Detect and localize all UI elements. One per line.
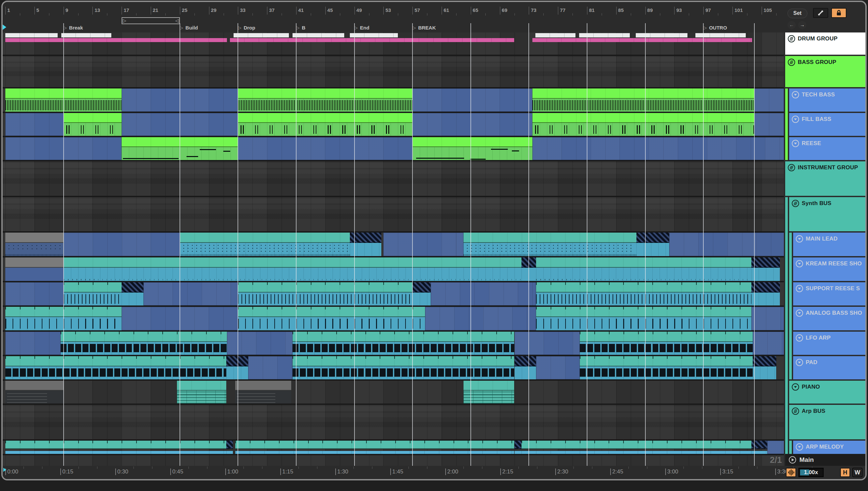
- track-header-block[interactable]: BASS GROUP: [785, 56, 865, 87]
- clip[interactable]: [61, 331, 227, 355]
- clip[interactable]: [5, 282, 64, 306]
- width-zoom-button[interactable]: W: [852, 468, 862, 477]
- track-header-instrument-group[interactable]: INSTRUMENT GROUP: [785, 161, 865, 197]
- track-header-block[interactable]: ARP MELODY: [793, 441, 865, 454]
- clip[interactable]: [238, 282, 412, 306]
- track-header-block[interactable]: LFO ARP: [793, 331, 865, 355]
- clip[interactable]: [226, 356, 248, 379]
- clip[interactable]: [515, 441, 522, 454]
- clip[interactable]: [580, 356, 753, 379]
- track-header-block[interactable]: SUPPORT REESE S: [793, 282, 865, 306]
- clip[interactable]: [5, 307, 122, 330]
- clip[interactable]: [64, 257, 522, 281]
- track-header-block[interactable]: Arp BUS: [789, 405, 865, 439]
- track-header-block[interactable]: INSTRUMENT GROUP: [785, 161, 865, 196]
- track-header-tech-bass[interactable]: TECH BASS: [785, 88, 865, 113]
- clip[interactable]: [767, 441, 784, 454]
- clip[interactable]: [64, 282, 122, 306]
- clip[interactable]: [532, 113, 754, 136]
- clip[interactable]: [412, 113, 532, 136]
- clip[interactable]: [122, 113, 238, 136]
- clip[interactable]: [463, 381, 515, 404]
- clip[interactable]: [292, 33, 344, 37]
- track-header-kream-reese-sho[interactable]: KREAM REESE SHO: [785, 257, 865, 282]
- loop-brace[interactable]: ▷ ◁: [122, 17, 180, 24]
- set-button[interactable]: Set: [787, 9, 807, 18]
- draw-mode-button[interactable]: [813, 8, 828, 18]
- time-ruler[interactable]: 0:000:150:300:451:001:151:301:452:002:15…: [3, 466, 784, 479]
- clip[interactable]: [536, 307, 751, 330]
- clip[interactable]: [521, 257, 536, 281]
- clip[interactable]: [350, 233, 381, 256]
- track-header-analog-bass-sho[interactable]: ANALOG BASS SHO: [785, 307, 865, 331]
- clip[interactable]: [238, 137, 412, 160]
- clip[interactable]: [695, 33, 745, 37]
- clip[interactable]: [143, 282, 238, 306]
- clip[interactable]: [751, 257, 780, 281]
- loop-start-handle-icon[interactable]: ▷: [123, 18, 126, 23]
- clip[interactable]: [5, 33, 58, 37]
- track-header-block[interactable]: Synth BUS: [789, 197, 865, 231]
- track-header-block[interactable]: MAIN LEAD: [793, 233, 865, 256]
- clip[interactable]: [425, 307, 537, 330]
- clip[interactable]: [5, 441, 226, 454]
- clip[interactable]: [536, 33, 576, 37]
- track-header-block[interactable]: PIANO: [789, 381, 865, 404]
- clip[interactable]: [238, 88, 412, 112]
- track-header-block[interactable]: PAD: [793, 356, 865, 379]
- clip[interactable]: [521, 441, 751, 454]
- audio-engine-button[interactable]: [786, 468, 796, 477]
- locator-marker[interactable]: ▷Drop: [238, 24, 256, 31]
- clip[interactable]: [5, 233, 64, 256]
- clip[interactable]: [383, 233, 463, 256]
- clip[interactable]: [234, 33, 289, 37]
- track-header-block[interactable]: ANALOG BASS SHO: [793, 307, 865, 330]
- clip[interactable]: [431, 282, 536, 306]
- track-header-block[interactable]: DRUM GROUP: [785, 32, 865, 55]
- loop-end-handle-icon[interactable]: ◁: [175, 18, 179, 23]
- clip[interactable]: [5, 88, 122, 112]
- height-zoom-button[interactable]: H: [840, 468, 850, 477]
- lock-button[interactable]: [831, 8, 846, 18]
- clip[interactable]: [238, 307, 425, 330]
- track-header-bass-group[interactable]: BASS GROUP: [785, 56, 865, 88]
- clip[interactable]: [515, 331, 580, 355]
- locator-marker[interactable]: ▷BREAK: [412, 24, 437, 31]
- clip[interactable]: [754, 113, 784, 136]
- clip[interactable]: [122, 282, 143, 306]
- clip[interactable]: [751, 282, 780, 306]
- clip[interactable]: [532, 137, 784, 160]
- track-header-arp-melody[interactable]: ARP MELODY: [785, 441, 865, 455]
- clip[interactable]: [412, 282, 431, 306]
- track-header-fill-bass[interactable]: FILL BASS: [785, 113, 865, 137]
- clip[interactable]: [579, 33, 630, 37]
- clip[interactable]: [235, 381, 291, 404]
- locator-marker[interactable]: ▷End: [354, 24, 370, 31]
- clip[interactable]: [532, 88, 754, 112]
- locator-marker[interactable]: ▷Build: [180, 24, 199, 31]
- clip[interactable]: [580, 331, 753, 355]
- clip[interactable]: [5, 356, 226, 379]
- locator-marker[interactable]: ▷B: [296, 24, 307, 31]
- clip[interactable]: [235, 441, 515, 454]
- clip[interactable]: [226, 441, 233, 454]
- forward-button[interactable]: →: [798, 21, 806, 29]
- clip[interactable]: [64, 113, 122, 136]
- clip[interactable]: [122, 137, 238, 160]
- track-header-piano[interactable]: PIANO: [785, 381, 865, 405]
- clip[interactable]: [5, 381, 64, 404]
- locator-marker[interactable]: ▷Break: [64, 24, 84, 31]
- clip[interactable]: [5, 38, 227, 42]
- clip[interactable]: [5, 113, 64, 136]
- clip[interactable]: [753, 356, 776, 379]
- clip[interactable]: [5, 331, 61, 355]
- clip[interactable]: [515, 356, 537, 379]
- clip[interactable]: [751, 307, 784, 330]
- clip[interactable]: [292, 331, 514, 355]
- track-header-block[interactable]: FILL BASS: [789, 113, 865, 136]
- clip[interactable]: [669, 233, 784, 256]
- clip[interactable]: [536, 356, 580, 379]
- track-header-drum-group[interactable]: DRUM GROUP: [785, 32, 865, 56]
- clip[interactable]: [753, 331, 784, 355]
- clip[interactable]: [122, 88, 238, 112]
